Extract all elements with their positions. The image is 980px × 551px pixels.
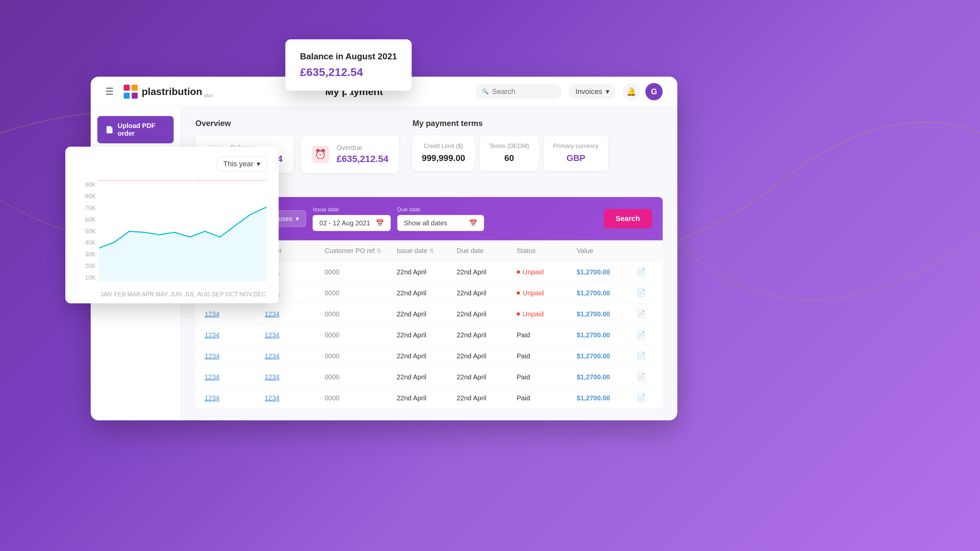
status-text-paid-7: Paid <box>517 394 530 402</box>
due-date-label: Due date <box>397 206 484 213</box>
y-label-70k: 70K <box>77 205 95 212</box>
year-select[interactable]: This year ▾ <box>217 157 267 171</box>
upload-btn-label: Upload PDF order <box>118 122 165 137</box>
value-4: $1,2700.00 <box>577 331 637 339</box>
status-dot-unpaid <box>517 270 520 274</box>
issue-date-group: Issue date 02 - 12 Aug 2021 📅 <box>313 206 390 231</box>
order-link-3[interactable]: 1234 <box>265 311 325 318</box>
invoice-link-6[interactable]: 1234 <box>205 373 265 381</box>
issue-date-6: 22nd April <box>397 373 457 381</box>
doc-icon-4[interactable]: 📄 <box>637 331 653 339</box>
doc-icon-2[interactable]: 📄 <box>637 289 653 297</box>
y-label-30k: 30K <box>77 251 95 258</box>
x-label-mar: MAR <box>127 291 141 298</box>
due-date-5: 22nd April <box>457 352 517 360</box>
po-ref-1: 0000 <box>325 268 397 276</box>
calendar-icon-due: 📅 <box>469 219 477 227</box>
order-link-5[interactable]: 1234 <box>265 352 325 360</box>
y-label-40k: 40K <box>77 239 95 246</box>
issue-date-1: 22nd April <box>397 268 457 276</box>
doc-icon-1[interactable]: 📄 <box>637 268 653 276</box>
tooltip-title: Balance in August 2021 <box>300 51 397 62</box>
value-1: $1,2700.00 <box>577 268 637 276</box>
status-7: Paid <box>517 394 577 402</box>
invoice-link-3[interactable]: 1234 <box>205 311 265 318</box>
terms-deom-card: Terms (DEOM) 60 <box>480 135 539 171</box>
issue-date-5: 22nd April <box>397 352 457 360</box>
status-dot-unpaid-3 <box>517 312 520 316</box>
invoice-link-5[interactable]: 1234 <box>205 352 265 360</box>
issue-date-3: 22nd April <box>397 311 457 318</box>
x-label-apr: APR <box>141 291 155 298</box>
issue-date-value: 02 - 12 Aug 2021 <box>319 219 370 227</box>
due-date-7: 22nd April <box>457 394 517 402</box>
chart-popup: This year ▾ 90K 80K 70K 60K 50K 40K 30K … <box>65 147 278 303</box>
overdue-value: £635,212.54 <box>337 154 389 164</box>
doc-icon-7[interactable]: 📄 <box>637 394 653 402</box>
due-date-input[interactable]: Show all dates 📅 <box>397 215 484 231</box>
y-label-90k: 90K <box>77 182 95 188</box>
y-label-10k: 10K <box>77 274 95 281</box>
col-header-po: Customer PO ref ⇅ <box>325 247 397 255</box>
value-5: $1,2700.00 <box>577 352 637 360</box>
invoice-link-7[interactable]: 1234 <box>205 394 265 402</box>
issue-date-2: 22nd April <box>397 289 457 297</box>
credit-limit-label: Credit Limit ($) <box>422 143 465 150</box>
invoices-dropdown[interactable]: Invoices ▾ <box>569 84 616 99</box>
value-3: $1,2700.00 <box>577 311 637 318</box>
doc-icon-5[interactable]: 📄 <box>637 352 653 360</box>
logo-text: plastribution <box>142 86 202 97</box>
year-select-label: This year <box>223 160 253 168</box>
x-label-aug: AUG <box>197 291 211 298</box>
terms-cards: Credit Limit ($) 999,999.00 Terms (DEOM)… <box>412 135 663 171</box>
x-label-may: MAY <box>155 291 169 298</box>
po-ref-6: 0000 <box>325 373 397 381</box>
issue-date-input[interactable]: 02 - 12 Aug 2021 📅 <box>313 215 390 231</box>
search-input[interactable] <box>492 88 555 96</box>
tooltip-value: £635,212.54 <box>300 66 397 79</box>
chart-svg <box>99 178 267 281</box>
status-text-unpaid-3: Unpaid <box>523 311 544 318</box>
doc-icon-6[interactable]: 📄 <box>637 373 653 381</box>
overdue-label: Overdue <box>337 144 389 152</box>
x-label-nov: NOV <box>239 291 253 298</box>
overview-title: Overview <box>195 119 399 128</box>
order-link-7[interactable]: 1234 <box>265 394 325 402</box>
table-row: 1234 1234 0000 22nd April 22nd April Pai… <box>195 367 663 388</box>
svg-rect-5 <box>132 93 138 99</box>
calendar-icon: 📅 <box>375 219 384 227</box>
table-row: 1234 1234 0000 22nd April 22nd April Pai… <box>195 388 663 408</box>
doc-icon-3[interactable]: 📄 <box>637 310 653 318</box>
primary-currency-card: Primary currency GBP <box>544 135 608 171</box>
issue-date-7: 22nd April <box>397 394 457 402</box>
y-label-20k: 20K <box>77 263 95 270</box>
nav-search[interactable]: 🔍 <box>475 84 562 99</box>
search-button[interactable]: Search <box>604 209 652 228</box>
overdue-icon: ⏰ <box>312 146 329 163</box>
status-4: Paid <box>517 331 577 339</box>
x-label-jan: JAN <box>99 291 113 298</box>
svg-rect-3 <box>132 84 138 91</box>
logo-icon <box>123 84 138 99</box>
order-link-4[interactable]: 1234 <box>265 331 325 339</box>
credit-limit-card: Credit Limit ($) 999,999.00 <box>412 135 474 171</box>
upload-icon: 📄 <box>105 126 114 134</box>
order-link-6[interactable]: 1234 <box>265 373 325 381</box>
hamburger-icon[interactable]: ☰ <box>105 86 114 97</box>
col-header-issue: Issue date ⇅ <box>397 247 457 255</box>
overdue-card: ⏰ Overdue £635,212.54 <box>301 135 399 173</box>
notifications-bell[interactable]: 🔔 <box>623 83 640 100</box>
y-label-50k: 50K <box>77 228 95 235</box>
col-header-value: Value <box>577 247 637 255</box>
sort-arrow-po: ⇅ <box>377 248 381 254</box>
table-row: 1234 1234 0000 22nd April 22nd April Pai… <box>195 346 663 367</box>
due-date-2: 22nd April <box>457 289 517 297</box>
po-ref-7: 0000 <box>325 394 397 402</box>
user-avatar[interactable]: G <box>645 83 663 100</box>
x-label-oct: OCT <box>225 291 239 298</box>
logo-area: plastribution plus <box>123 84 213 99</box>
upload-pdf-button[interactable]: 📄 Upload PDF order <box>97 116 173 143</box>
terms-deom-label: Terms (DEOM) <box>489 143 529 150</box>
invoice-link-4[interactable]: 1234 <box>205 331 265 339</box>
table-row: 1234 1234 0000 22nd April 22nd April Pai… <box>195 325 663 346</box>
